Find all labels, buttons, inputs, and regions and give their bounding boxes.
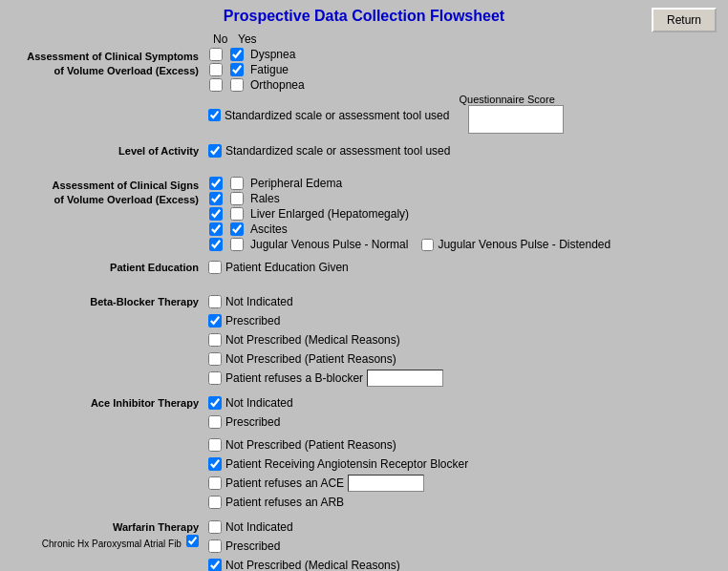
liver-enlarged-yes-cb[interactable]: [229, 207, 245, 221]
fatigue-row: Fatigue: [208, 63, 720, 76]
ascites-row: Ascites: [208, 222, 720, 236]
level-activity-standardized-row: Standardized scale or assessment tool us…: [208, 142, 720, 159]
col-yes-label: Yes: [238, 32, 259, 46]
section-ace-inhibitor: Ace Inhibitor Therapy Not Indicated Pres…: [8, 394, 720, 513]
fatigue-label: Fatigue: [250, 63, 289, 76]
bb-not-indicated-cb[interactable]: [208, 295, 222, 308]
peripheral-edema-label: Peripheral Edema: [250, 177, 342, 190]
ace-not-prescribed-patient-cb[interactable]: [208, 438, 222, 452]
bb-not-prescribed-patient-cb[interactable]: [208, 352, 222, 366]
peripheral-edema-no-cb[interactable]: [208, 177, 224, 190]
standardized-row: Standardized scale or assessment tool us…: [208, 94, 720, 137]
volume-overload-content: Dyspnea Fatigue Orthopnea Standardized s…: [208, 48, 720, 137]
liver-enlarged-label: Liver Enlarged (Hepatomegaly): [250, 207, 409, 221]
section-clinical-signs: Assessment of Clinical Signsof Volume Ov…: [8, 177, 720, 253]
col-no-label: No: [213, 32, 234, 46]
level-activity-standardized-label: Standardized scale or assessment tool us…: [225, 144, 450, 158]
ace-prescribed-cb[interactable]: [208, 415, 222, 429]
jvp-no-yes-cb[interactable]: [229, 238, 245, 251]
bb-refuses-label: Patient refuses a B-blocker: [225, 371, 363, 385]
bb-prescribed-cb[interactable]: [208, 314, 222, 328]
ace-refuses-ace-row: Patient refuses an ACE: [208, 475, 720, 492]
clinical-signs-label: Assessment of Clinical Signsof Volume Ov…: [8, 177, 208, 208]
rales-yes-cb[interactable]: [229, 192, 245, 205]
bb-not-prescribed-patient-row: Not Prescribed (Patient Reasons): [208, 350, 720, 368]
ace-refuses-ace-input[interactable]: [348, 475, 424, 492]
warfarin-not-prescribed-medical-cb[interactable]: [208, 559, 222, 571]
orthopnea-label: Orthopnea: [250, 78, 305, 92]
ace-prescribed-label: Prescribed: [225, 415, 280, 429]
patient-education-label: Patient Education: [8, 259, 208, 275]
ace-prescribed-row: Prescribed: [208, 413, 720, 431]
warfarin-content: Not Indicated Prescribed Not Prescribed …: [208, 518, 720, 571]
ace-not-indicated-label: Not Indicated: [225, 396, 293, 410]
section-level-activity: Level of Activity Standardized scale or …: [8, 142, 720, 171]
jvp-no-no-cb[interactable]: [208, 238, 224, 251]
return-button[interactable]: Return: [652, 8, 717, 32]
bb-prescribed-label: Prescribed: [225, 314, 280, 328]
ascites-yes-cb[interactable]: [229, 222, 245, 236]
standardized-label: Standardized scale or assessment tool us…: [225, 109, 449, 122]
dyspnea-yes-cb[interactable]: [229, 48, 245, 61]
patient-education-given-cb[interactable]: [208, 261, 222, 274]
peripheral-edema-yes-cb[interactable]: [229, 177, 245, 190]
page-title: Prospective Data Collection Flowsheet: [8, 8, 720, 25]
warfarin-not-indicated-row: Not Indicated: [208, 518, 720, 536]
level-activity-cb[interactable]: [208, 144, 222, 158]
orthopnea-yes-cb[interactable]: [229, 78, 245, 92]
orthopnea-row: Orthopnea: [208, 78, 720, 92]
fatigue-yes-cb[interactable]: [229, 63, 245, 76]
jvp-distended-cb[interactable]: [421, 239, 434, 251]
beta-blocker-content: Not Indicated Prescribed Not Prescribed …: [208, 293, 720, 389]
dyspnea-no-cb[interactable]: [208, 48, 224, 61]
patient-education-given-label: Patient Education Given: [225, 261, 349, 274]
ace-inhibitor-label: Ace Inhibitor Therapy: [8, 394, 208, 411]
ace-not-prescribed-patient-label: Not Prescribed (Patient Reasons): [225, 438, 396, 452]
warfarin-not-prescribed-medical-label: Not Prescribed (Medical Reasons): [225, 559, 400, 571]
clinical-signs-content: Peripheral Edema Rales Liver Enlarged (H…: [208, 177, 720, 253]
ace-refuses-arb-cb[interactable]: [208, 496, 222, 509]
warfarin-therapy-label: Warfarin Therapy: [113, 521, 199, 533]
ace-not-indicated-row: Not Indicated: [208, 394, 720, 412]
standardized-cb[interactable]: [208, 109, 221, 121]
warfarin-prescribed-cb[interactable]: [208, 539, 222, 553]
page: Prospective Data Collection Flowsheet Re…: [0, 0, 728, 571]
liver-enlarged-no-cb[interactable]: [208, 207, 224, 221]
warfarin-not-indicated-cb[interactable]: [208, 520, 222, 534]
patient-education-given-row: Patient Education Given: [208, 259, 720, 276]
rales-label: Rales: [250, 192, 280, 205]
volume-overload-label: Assessment of Clinical Symptomsof Volume…: [8, 48, 208, 79]
bb-not-prescribed-medical-cb[interactable]: [208, 333, 222, 347]
bb-not-prescribed-patient-label: Not Prescribed (Patient Reasons): [225, 352, 396, 366]
section-warfarin: Warfarin Therapy Chronic Hx Paroxysmal A…: [8, 518, 720, 571]
level-activity-content: Standardized scale or assessment tool us…: [208, 142, 720, 161]
section-beta-blocker: Beta-Blocker Therapy Not Indicated Presc…: [8, 293, 720, 389]
ace-arb-cb[interactable]: [208, 457, 222, 471]
ascites-label: Ascites: [250, 222, 288, 236]
orthopnea-no-cb[interactable]: [208, 78, 224, 92]
jvp-normal-label: Jugular Venous Pulse - Normal: [250, 238, 408, 251]
ace-not-prescribed-patient-row: Not Prescribed (Patient Reasons): [208, 436, 720, 454]
ascites-no-cb[interactable]: [208, 222, 224, 236]
warfarin-not-indicated-label: Not Indicated: [225, 520, 293, 534]
rales-no-cb[interactable]: [208, 192, 224, 205]
patient-education-content: Patient Education Given: [208, 259, 720, 278]
chronic-hx-label: Chronic Hx Paroxysmal Atrial Fib: [42, 539, 182, 549]
bb-refuses-cb[interactable]: [208, 371, 222, 385]
ace-arb-label: Patient Receiving Angiotensin Receptor B…: [225, 457, 468, 471]
bb-not-indicated-row: Not Indicated: [208, 293, 720, 310]
bb-not-prescribed-medical-label: Not Prescribed (Medical Reasons): [225, 333, 400, 347]
ace-refuses-ace-cb[interactable]: [208, 476, 222, 490]
bb-refuses-input[interactable]: [367, 370, 443, 387]
level-activity-label: Level of Activity: [8, 142, 208, 159]
chronic-hx-cb[interactable]: [186, 535, 199, 547]
ace-not-indicated-cb[interactable]: [208, 396, 222, 410]
fatigue-no-cb[interactable]: [208, 63, 224, 76]
beta-blocker-label: Beta-Blocker Therapy: [8, 293, 208, 309]
ace-arb-row: Patient Receiving Angiotensin Receptor B…: [208, 455, 720, 473]
peripheral-edema-row: Peripheral Edema: [208, 177, 720, 190]
questionnaire-score-label: Questionnaire Score: [459, 94, 564, 105]
questionnaire-score-input[interactable]: [468, 105, 564, 134]
warfarin-not-prescribed-medical-row: Not Prescribed (Medical Reasons): [208, 557, 720, 571]
bb-not-indicated-label: Not Indicated: [225, 295, 293, 308]
